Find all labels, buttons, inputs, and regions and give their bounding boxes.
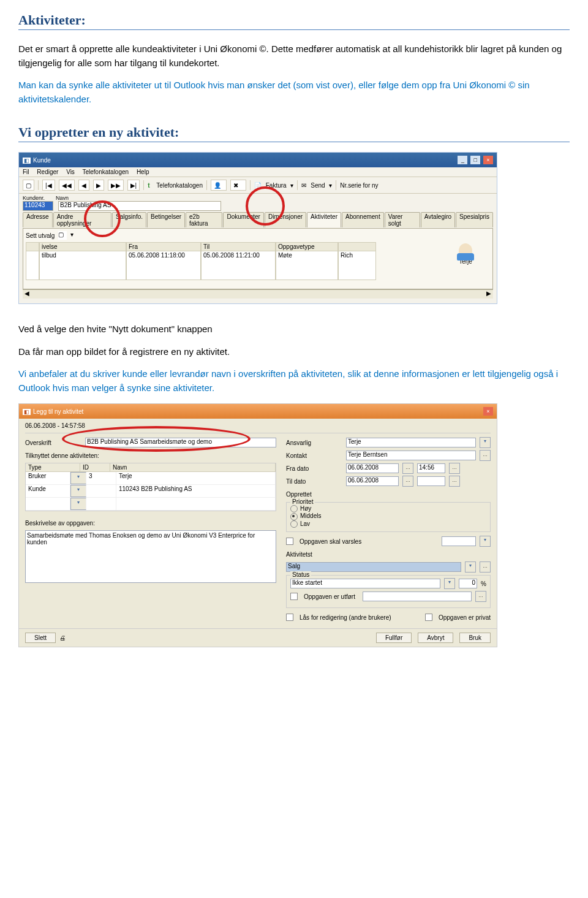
overskrift-input[interactable]: B2B Publishing AS Samarbeidsmøte og demo: [85, 438, 276, 447]
tab-dimensjoner[interactable]: Dimensjoner: [265, 212, 306, 227]
panel-dropdown-icon[interactable]: ▾: [70, 231, 79, 240]
tab-dokumenter[interactable]: Dokumenter: [223, 212, 263, 227]
toolbar-send-button[interactable]: ✉ Send ▾: [301, 182, 332, 189]
kundenr-input[interactable]: 110243: [23, 201, 53, 211]
tilknyttet-label: Tilknyttet denne aktiviteten:: [25, 452, 99, 459]
checkbox-utfort[interactable]: [290, 593, 298, 600]
browse-button[interactable]: …: [402, 463, 413, 474]
close-icon[interactable]: ×: [483, 407, 493, 416]
status-input[interactable]: Ikke startet: [290, 579, 440, 588]
chevron-down-icon[interactable]: ▾: [70, 485, 86, 497]
toolbar-nav-last-icon[interactable]: ▶|: [127, 180, 140, 191]
tiltid-input[interactable]: [417, 476, 445, 486]
tab-salgsinfo[interactable]: Salgsinfo.: [112, 212, 146, 227]
status-group: Status Ikke startet▾0% Oppgaven er utfør…: [286, 575, 491, 608]
minimize-icon[interactable]: _: [458, 156, 467, 164]
menu-fil[interactable]: Fil: [23, 169, 29, 175]
menu-help[interactable]: Help: [137, 169, 149, 175]
checkbox-varsles[interactable]: [286, 538, 293, 545]
navn-label: Navn: [56, 195, 69, 201]
checkbox-las[interactable]: [286, 614, 293, 621]
scrollbar[interactable]: ◀▶: [23, 289, 493, 299]
browse-button[interactable]: …: [402, 476, 413, 487]
chevron-down-icon[interactable]: ▾: [480, 437, 491, 448]
bruk-button[interactable]: Bruk: [459, 633, 491, 643]
tab-varer-solgt[interactable]: Varer solgt: [385, 212, 420, 227]
toolbar-nrserie[interactable]: Nr.serie for ny: [340, 182, 378, 189]
col-ivelse: ivelse: [40, 243, 126, 251]
toolbar-nav-fwd-icon[interactable]: ▶: [93, 180, 104, 191]
toolbar-nav-first-icon[interactable]: |◀: [42, 180, 55, 191]
close-icon[interactable]: ×: [483, 156, 493, 164]
dialog-title: Legg til ny aktivitet: [33, 408, 83, 415]
table-row[interactable]: Bruker▾ 3 Terje: [26, 472, 276, 485]
pct-input[interactable]: 0: [459, 579, 477, 588]
toolbar-user-icon[interactable]: 👤: [211, 180, 227, 191]
kontakt-input[interactable]: Terje Berntsen: [346, 451, 476, 460]
tab-avtalegiro[interactable]: Avtalegiro: [421, 212, 455, 227]
subsection-heading: Vi oppretter en ny aktivitet:: [18, 124, 570, 142]
slett-button[interactable]: Slett: [25, 633, 56, 643]
browse-button[interactable]: …: [480, 561, 491, 573]
kontakt-label: Kontakt: [286, 452, 342, 459]
fradato-input[interactable]: 06.06.2008: [346, 463, 399, 473]
toolbar-nav-next-icon[interactable]: ▶▶: [108, 180, 124, 191]
toolbar-nav-back-icon[interactable]: ◀: [78, 180, 89, 191]
menu-vis[interactable]: Vis: [66, 169, 75, 175]
tab-abonnement[interactable]: Abonnement: [342, 212, 384, 227]
menu-telefonkatalogen[interactable]: Telefonkatalogen: [82, 169, 129, 175]
dialog-footer: Slett 🖨 Fullfør Avbryt Bruk: [19, 628, 497, 647]
tab-adresse[interactable]: Adresse: [23, 212, 53, 227]
radio-hoy[interactable]: [290, 505, 298, 512]
tab-betingelser[interactable]: Betingelser: [147, 212, 185, 227]
paragraph-1: Det er smart å opprette alle kundeaktivi…: [18, 42, 570, 70]
navn-input[interactable]: B2B Publishing AS: [58, 201, 221, 211]
tab-aktiviteter[interactable]: Aktiviteter: [307, 212, 341, 227]
panel-new-document-icon[interactable]: ▢: [58, 231, 67, 240]
browse-button[interactable]: …: [480, 450, 491, 461]
table-row[interactable]: Kunde▾ 110243 B2B Publishing AS: [26, 485, 276, 498]
chevron-down-icon[interactable]: ▾: [70, 498, 86, 510]
toolbar-nav-prev-icon[interactable]: ◀◀: [59, 180, 75, 191]
col-fra: Fra: [127, 243, 200, 251]
tab-e2b-faktura[interactable]: e2b faktura: [186, 212, 222, 227]
browse-button[interactable]: …: [449, 463, 460, 474]
fratid-input[interactable]: 14:56: [417, 463, 445, 473]
beskrivelse-textarea[interactable]: Samarbeidsmøte med Thomas Enoksen og dem…: [25, 530, 276, 583]
radio-lav[interactable]: [290, 520, 298, 528]
print-icon[interactable]: 🖨: [59, 634, 66, 641]
col-til: Til: [202, 243, 275, 251]
avatar-icon: [459, 243, 472, 258]
toolbar-faktura-button[interactable]: 📄 Faktura ▾: [254, 182, 293, 189]
chevron-down-icon[interactable]: ▾: [70, 472, 86, 484]
checkbox-privat[interactable]: [425, 614, 432, 621]
chevron-down-icon[interactable]: ▾: [480, 536, 491, 547]
col-id: ID: [80, 463, 110, 471]
paragraph-5: Vi anbefaler at du skriver kunde eller l…: [18, 367, 570, 395]
opprettet-label: Opprettet: [286, 491, 342, 498]
browse-button[interactable]: …: [475, 591, 486, 602]
tab-andre-opplysninger[interactable]: Andre opplysninger: [53, 212, 111, 227]
toolbar-delete-icon[interactable]: ✖: [230, 180, 246, 191]
tabs: Adresse Andre opplysninger Salgsinfo. Be…: [23, 212, 493, 227]
toolbar-telefonkatalogen-button[interactable]: t Telefonkatalogen: [148, 182, 203, 189]
col-type: Type: [26, 463, 80, 471]
toolbar-new-icon[interactable]: ▢: [23, 180, 34, 191]
browse-button[interactable]: …: [449, 476, 460, 487]
tab-spesialpris[interactable]: Spesialpris: [456, 212, 493, 227]
prioritet-group: Prioritet Høy Middels Lav: [286, 502, 491, 532]
tildato-input[interactable]: 06.06.2008: [346, 476, 399, 486]
beskrivelse-label: Beskrivelse av oppgaven:: [25, 520, 95, 527]
aktivitetst-input[interactable]: Salg: [286, 562, 461, 572]
radio-middels[interactable]: [290, 513, 298, 520]
maximize-icon[interactable]: □: [470, 156, 480, 164]
avbryt-button[interactable]: Avbryt: [418, 633, 453, 643]
window-title: Kunde: [33, 157, 51, 164]
fullfor-button[interactable]: Fullfør: [376, 633, 412, 643]
ansvarlig-input[interactable]: Terje: [346, 438, 476, 447]
chevron-down-icon[interactable]: ▾: [465, 561, 476, 573]
overskrift-label: Overskrift: [25, 439, 81, 446]
table-row[interactable]: ▾: [26, 498, 276, 511]
chevron-down-icon[interactable]: ▾: [444, 578, 455, 589]
menu-rediger[interactable]: Rediger: [37, 169, 58, 175]
